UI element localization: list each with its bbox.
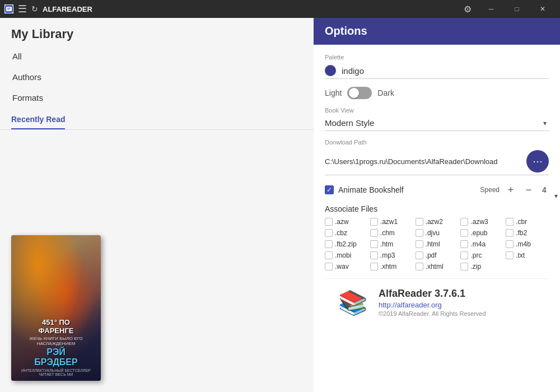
assoc-checkbox-cbz[interactable] [325, 229, 333, 237]
assoc-label: .fb2 [516, 229, 527, 237]
palette-row: Palette indigo ▾ [325, 54, 549, 79]
list-item: .azw2 [416, 218, 459, 226]
list-item: .cbr [506, 218, 549, 226]
book-author-line2: БРЭДБЕР [16, 357, 96, 367]
assoc-checkbox-pdf[interactable] [416, 251, 423, 259]
footer-url[interactable]: http://alfareader.org [379, 301, 486, 309]
download-path-row: Donwload Path ⋯ [325, 139, 549, 175]
window-controls: ─ □ ✕ [478, 0, 556, 18]
list-item: .azw1 [370, 218, 413, 226]
list-item: .fb2.zip [325, 240, 368, 248]
assoc-checkbox-epub[interactable] [460, 229, 468, 237]
footer-info: AlfaReader 3.7.6.1 http://alfareader.org… [379, 288, 486, 317]
assoc-label: .chm [380, 229, 395, 237]
palette-dropdown-arrow[interactable]: ▾ [554, 192, 558, 200]
app-icon [4, 4, 13, 13]
assoc-label: .azw3 [470, 218, 488, 226]
speed-label: Speed [480, 186, 500, 194]
animate-bookshelf-row: ✓ Animate Bookshelf Speed + − 4 [325, 183, 549, 197]
assoc-checkbox-xhtml[interactable] [416, 263, 423, 270]
tab-recently-read[interactable]: Recently Read [11, 115, 65, 129]
main-content: My Library All Authors Formats Recently … [0, 18, 560, 392]
palette-color-circle [325, 65, 336, 76]
assoc-checkbox-azw3[interactable] [460, 218, 468, 226]
footer-copyright: ©2019 AlfaReader. All Rights Reserved [379, 310, 486, 317]
book-subtitle: ЖЕЧЬ КНИГИ БЫЛО ЕГО НАСЛАЖДЕНИЕМ [16, 336, 96, 346]
assoc-checkbox-wav[interactable] [325, 263, 333, 270]
dark-label: Dark [377, 88, 394, 97]
list-item: .epub [460, 229, 503, 237]
book-title-line1: 451° ПО [16, 318, 96, 326]
book-cover[interactable]: 451° ПО ФАРЕНГЕ ЖЕЧЬ КНИГИ БЫЛО ЕГО НАСЛ… [11, 235, 101, 381]
assoc-label: .pdf [426, 251, 437, 259]
assoc-checkbox-azw[interactable] [325, 218, 333, 226]
list-item: .zip [460, 263, 503, 270]
assoc-checkbox-djvu[interactable] [416, 229, 423, 237]
assoc-label: .html [426, 240, 440, 248]
book-area: 451° ПО ФАРЕНГЕ ЖЕЧЬ КНИГИ БЫЛО ЕГО НАСЛ… [0, 130, 314, 392]
assoc-checkbox-xhtm[interactable] [370, 263, 378, 270]
theme-toggle-row: Light Dark [325, 87, 549, 99]
assoc-checkbox-azw2[interactable] [416, 218, 423, 226]
list-item: .xhtml [416, 263, 459, 270]
settings-icon[interactable]: ⚙ [464, 4, 472, 15]
animate-checkbox[interactable]: ✓ [325, 185, 334, 194]
list-item: .azw3 [460, 218, 503, 226]
assoc-checkbox-fb2zip[interactable] [325, 240, 333, 248]
refresh-button[interactable]: ↻ [31, 4, 38, 13]
options-content: Palette indigo ▾ Light Dark Book View [314, 45, 560, 392]
book-title-line2: ФАРЕНГЕ [16, 326, 96, 335]
assoc-checkbox-m4a[interactable] [460, 240, 468, 248]
assoc-checkbox-html[interactable] [416, 240, 423, 248]
book-subtitle2: ИНТЕЛЛЕКТУАЛЬНЫЙ БЕСТСЕЛЛЕР ЧИТАЕТ ВЕСЬ … [16, 368, 96, 376]
assoc-label: .mp3 [380, 251, 395, 259]
assoc-checkbox-prc[interactable] [460, 251, 468, 259]
library-panel: My Library All Authors Formats Recently … [0, 18, 314, 392]
assoc-label: .xhtml [426, 263, 444, 270]
list-item: .xhtm [370, 263, 413, 270]
assoc-label: .djvu [426, 229, 440, 237]
assoc-checkbox-cbr[interactable] [506, 218, 514, 226]
options-panel: Options Palette indigo ▾ Light Dark [314, 18, 560, 392]
download-path-button[interactable]: ⋯ [526, 150, 549, 172]
assoc-checkbox-azw1[interactable] [370, 218, 378, 226]
list-item: .fb2 [506, 229, 549, 237]
assoc-checkbox-fb2[interactable] [506, 229, 514, 237]
palette-selector: indigo ▾ [325, 63, 549, 79]
close-button[interactable]: ✕ [530, 0, 556, 18]
list-item: .mp3 [370, 251, 413, 259]
speed-decrease-button[interactable]: − [522, 183, 535, 197]
assoc-checkbox-txt[interactable] [506, 251, 514, 259]
nav-item-formats[interactable]: Formats [4, 87, 309, 108]
nav-item-authors[interactable]: Authors [4, 67, 309, 87]
book-view-row: Book View Modern Style Classic Style Min… [325, 107, 549, 131]
download-path-field: ⋯ [325, 148, 549, 175]
assoc-checkbox-chm[interactable] [370, 229, 378, 237]
assoc-label: .azw1 [380, 218, 398, 226]
speed-increase-button[interactable]: + [504, 183, 517, 197]
assoc-checkbox-htm[interactable] [370, 240, 378, 248]
assoc-checkbox-mobi[interactable] [325, 251, 333, 259]
assoc-checkbox-zip[interactable] [460, 263, 468, 270]
book-view-select[interactable]: Modern Style Classic Style Minimal Style [325, 118, 549, 128]
menu-button[interactable]: ☰ [18, 3, 27, 15]
maximize-button[interactable]: □ [504, 0, 530, 18]
list-item: .pdf [416, 251, 459, 259]
assoc-label: .wav [335, 263, 349, 270]
library-nav: All Authors Formats [0, 46, 314, 108]
download-path-input[interactable] [325, 157, 522, 166]
assoc-checkbox-m4b[interactable] [506, 240, 514, 248]
nav-item-all[interactable]: All [4, 46, 309, 67]
assoc-label: .epub [470, 229, 487, 237]
assoc-label: .cbr [516, 218, 527, 226]
list-item: .wav [325, 263, 368, 270]
assoc-label: .m4b [516, 240, 531, 248]
options-title: Options [314, 18, 560, 45]
theme-toggle[interactable] [347, 87, 372, 99]
list-item: .mobi [325, 251, 368, 259]
minimize-button[interactable]: ─ [478, 0, 504, 18]
library-tabs: Recently Read [0, 110, 314, 130]
books-icon: 📚 [336, 286, 370, 319]
list-item: .prc [460, 251, 503, 259]
assoc-checkbox-mp3[interactable] [370, 251, 378, 259]
